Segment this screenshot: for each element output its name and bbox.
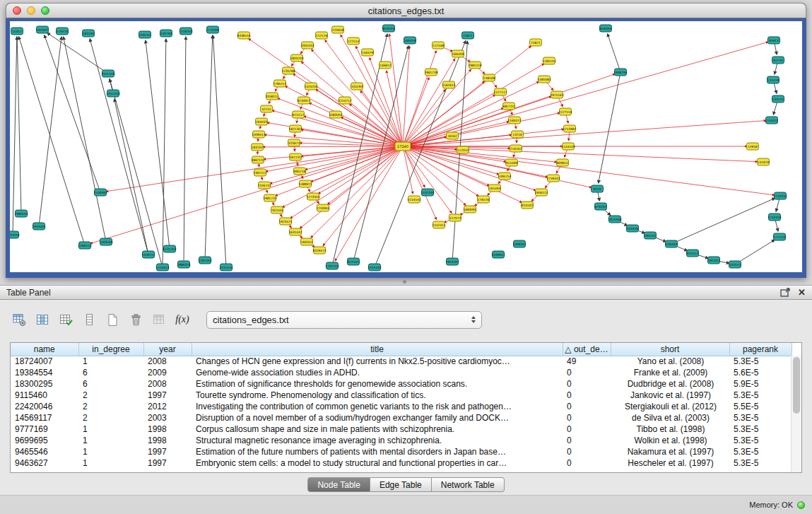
graph-node-label: 1009417 (252, 133, 265, 136)
table-row[interactable]: 969969511998Structural magnetic resonanc… (11, 435, 792, 446)
graph-node-label: 1804200 (290, 57, 303, 60)
function-builder-button[interactable]: f(x) (173, 310, 192, 329)
citation-edge-red[interactable] (310, 146, 403, 182)
graph-node-label: 915469 (506, 161, 518, 165)
citation-edge-black[interactable] (18, 37, 85, 245)
table-row[interactable]: 911546021997Tourette syndrome. Phenomeno… (11, 390, 792, 401)
table-cell: Franke et al. (2009) (611, 367, 729, 378)
table-row[interactable]: 946362711997Embryonic stem cells: a mode… (11, 457, 792, 469)
close-button[interactable] (13, 6, 21, 15)
graph-node-label: 1975163 (550, 93, 563, 97)
citation-edge-red[interactable] (90, 146, 403, 244)
graph-node-label: 183202 (252, 146, 264, 149)
graph-node-label: 1185104 (542, 59, 555, 63)
tab-network-table[interactable]: Network Table (432, 477, 505, 492)
table-tabs: Node Table Edge Table Network Table (0, 477, 812, 492)
delete-icon (129, 313, 143, 327)
citation-edge-black[interactable] (13, 37, 17, 235)
tab-edge-table[interactable]: Edge Table (370, 477, 432, 492)
graph-node-label: 141619 (758, 160, 770, 164)
citation-edge-black[interactable] (163, 39, 166, 267)
column-header[interactable]: in_degree (78, 343, 143, 356)
graph-node-label: 809651 (557, 161, 569, 165)
import-table-button[interactable] (150, 310, 168, 329)
table-row[interactable]: 977716911998Corpus callosum shape and si… (11, 424, 792, 435)
minimize-button[interactable] (27, 6, 35, 15)
citation-edge-black[interactable] (110, 79, 163, 267)
graph-node-label: 1761343 (198, 259, 211, 262)
table-cell: Yano et al. (2008) (611, 356, 729, 367)
close-panel-icon[interactable]: ✕ (798, 288, 806, 297)
citation-edge-red[interactable] (403, 108, 504, 146)
citation-edge-black[interactable] (671, 198, 775, 244)
graph-node-label: 320671 (288, 141, 300, 145)
column-header[interactable]: pagerank (729, 343, 792, 356)
table-row[interactable]: 1938455462009Genome-wide association stu… (11, 367, 792, 378)
table-scrollbar-thumb[interactable] (793, 357, 800, 414)
citation-edge-red[interactable] (270, 146, 403, 184)
citation-edge-black[interactable] (735, 240, 775, 264)
table-toolbar: f(x) citations_edges.txt (10, 308, 482, 331)
table-row[interactable]: 946554611997Estimation of the future num… (11, 446, 792, 457)
table-cell: 5.3E-5 (729, 412, 792, 424)
column-header[interactable]: name (11, 343, 78, 356)
citation-edge-black[interactable] (599, 72, 620, 183)
graph-node-label: 2051100 (101, 72, 114, 76)
citation-edge-red[interactable] (389, 34, 403, 146)
column-header[interactable]: year (143, 343, 192, 356)
citation-edge-black[interactable] (114, 99, 148, 255)
citation-edge-red[interactable] (301, 62, 403, 146)
citation-edge-red[interactable] (327, 146, 403, 204)
citation-edge-black[interactable] (184, 37, 186, 264)
citation-edge-black[interactable] (90, 39, 148, 255)
graph-node-label: 21871 (531, 41, 541, 45)
citation-edge-black[interactable] (39, 37, 61, 226)
citation-edge-red[interactable] (403, 146, 758, 162)
citation-edge-red[interactable] (323, 146, 403, 246)
tab-node-table[interactable]: Node Table (307, 477, 370, 492)
table-cell: Investigating the contribution of common… (192, 401, 563, 412)
column-header[interactable]: title (192, 343, 563, 356)
graph-node-label: 104193 (351, 85, 363, 88)
table-selector-dropdown[interactable]: citations_edges.txt (206, 311, 482, 329)
window-titlebar[interactable]: citations_edges.txt (6, 3, 806, 18)
new-column-button[interactable] (103, 310, 122, 329)
citation-edge-black[interactable] (17, 37, 21, 214)
delete-button[interactable] (126, 310, 145, 329)
table-scrollbar[interactable] (791, 356, 801, 472)
column-header[interactable]: △ out_de… (563, 343, 611, 356)
citation-edge-black[interactable] (47, 33, 108, 74)
panel-splitter[interactable] (0, 278, 812, 285)
citation-edge-black[interactable] (64, 37, 106, 242)
float-panel-icon[interactable] (780, 288, 791, 297)
citation-edge-red[interactable] (403, 146, 592, 187)
graph-node-label: 1710350 (767, 216, 781, 219)
citation-edge-red[interactable] (263, 146, 403, 147)
citation-edge-black[interactable] (608, 34, 620, 72)
table-cell: 5.6E-5 (729, 367, 792, 378)
table-row[interactable]: 1872400712008Changes of HCN gene express… (11, 356, 792, 367)
zoom-button[interactable] (41, 6, 49, 15)
table-row[interactable]: 1830029562008Estimation of significance … (11, 378, 792, 390)
citation-edge-red[interactable] (403, 129, 564, 146)
memory-ok-icon (797, 501, 805, 509)
citation-edge-black[interactable] (213, 35, 226, 267)
network-canvas[interactable]: 1724020010331804200123528817851512058211… (10, 21, 802, 272)
citation-edge-black[interactable] (45, 35, 100, 192)
table-cell: 2 (78, 401, 143, 412)
graph-node-label: 1213987 (563, 127, 576, 131)
table-cell: 1 (78, 457, 143, 469)
column-header[interactable]: short (611, 343, 729, 356)
table-cell: 1997 (143, 390, 192, 401)
table-mode-button[interactable] (10, 310, 28, 329)
citation-edge-black[interactable] (205, 35, 213, 260)
graph-node-label: 127073 (449, 216, 461, 220)
table-row[interactable]: 2242004622012Investigating the contribut… (11, 401, 792, 412)
graph-node-label: 127514 (348, 40, 360, 43)
row-options-button[interactable] (80, 310, 98, 329)
citation-edge-black[interactable] (146, 40, 170, 249)
edit-columns-button[interactable] (57, 310, 75, 329)
show-columns-button[interactable] (33, 310, 52, 329)
table-cell: 5.3E-5 (729, 390, 792, 401)
table-row[interactable]: 1456911722003Disruption of a novel membe… (11, 412, 792, 424)
